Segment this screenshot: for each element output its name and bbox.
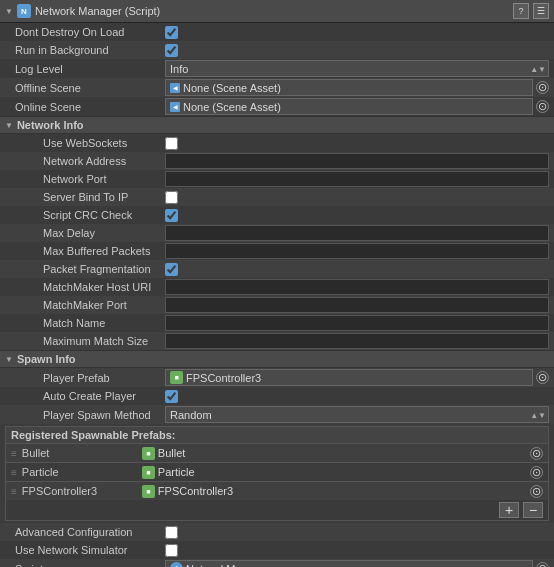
max-match-size-input[interactable]: 4 — [165, 333, 549, 349]
add-remove-row: + − — [6, 500, 548, 520]
max-buffered-input[interactable]: 16 — [165, 243, 549, 259]
player-prefab-select[interactable]: ■ FPSController3 — [165, 369, 533, 386]
settings-icon[interactable]: ☰ — [533, 3, 549, 19]
player-prefab-select-wrap: ■ FPSController3 — [165, 369, 533, 386]
max-delay-row: Max Delay 0.01 — [0, 224, 554, 242]
spawn-method-row: Player Spawn Method Random ▲▼ — [0, 405, 554, 424]
log-level-select[interactable]: Info ▲▼ — [165, 60, 549, 77]
online-scene-select[interactable]: ◀ None (Scene Asset) — [165, 98, 533, 115]
player-prefab-label: Player Prefab — [5, 372, 165, 384]
advanced-config-label: Advanced Configuration — [5, 526, 165, 538]
network-port-input[interactable]: 7777 — [165, 171, 549, 187]
spawnable-header-label: Registered Spawnable Prefabs: — [11, 429, 175, 441]
packet-frag-row: Packet Fragmentation — [0, 260, 554, 278]
match-name-input[interactable]: default — [165, 315, 549, 331]
log-level-arrow: ▲▼ — [530, 64, 546, 73]
spawn-item-label: Particle — [22, 466, 142, 478]
script-label: Script — [5, 563, 165, 568]
online-scene-circle[interactable]: ⊙ — [536, 100, 549, 113]
spawn-item-circle[interactable]: ⊙ — [530, 485, 543, 498]
dont-destroy-label: Dont Destroy On Load — [5, 26, 165, 38]
matchmaker-host-label: MatchMaker Host URI — [5, 281, 165, 293]
network-sim-row: Use Network Simulator — [0, 541, 554, 559]
auto-create-row: Auto Create Player — [0, 387, 554, 405]
max-buffered-row: Max Buffered Packets 16 — [0, 242, 554, 260]
network-info-triangle[interactable]: ▼ — [5, 121, 13, 130]
network-sim-value — [165, 544, 549, 557]
remove-button[interactable]: − — [523, 502, 543, 518]
max-match-size-label: Maximum Match Size — [5, 335, 165, 347]
spawnable-rows: ≡ Bullet ■ Bullet ⊙ ≡ Particle ■ Particl… — [6, 443, 548, 500]
server-bind-checkbox[interactable] — [165, 191, 178, 204]
use-websockets-value — [165, 137, 549, 150]
script-crc-label: Script CRC Check — [5, 209, 165, 221]
spawnable-header: Registered Spawnable Prefabs: — [6, 427, 548, 443]
component-icon-letter: N — [21, 7, 27, 16]
spawn-item-text: Particle — [158, 466, 195, 478]
player-prefab-value: ■ FPSController3 ⊙ — [165, 369, 549, 386]
spawn-method-select[interactable]: Random ▲▼ — [165, 406, 549, 423]
matchmaker-port-input[interactable]: 443 — [165, 297, 549, 313]
offline-scene-circle[interactable]: ⊙ — [536, 81, 549, 94]
offline-scene-value: ◀ None (Scene Asset) ⊙ — [165, 79, 549, 96]
advanced-config-checkbox[interactable] — [165, 526, 178, 539]
network-port-label: Network Port — [5, 173, 165, 185]
script-crc-checkbox[interactable] — [165, 209, 178, 222]
packet-frag-label: Packet Fragmentation — [5, 263, 165, 275]
spawn-prefab-icon: ■ — [142, 485, 155, 498]
spawn-method-select-wrap: Random ▲▼ — [165, 406, 549, 423]
max-buffered-value: 16 — [165, 243, 549, 259]
offline-scene-select[interactable]: ◀ None (Scene Asset) — [165, 79, 533, 96]
match-name-label: Match Name — [5, 317, 165, 329]
player-prefab-circle[interactable]: ⊙ — [536, 371, 549, 384]
add-button[interactable]: + — [499, 502, 519, 518]
matchmaker-host-value: mm.unet.unity3d.com — [165, 279, 549, 295]
script-select[interactable]: i NetworkManager — [165, 560, 533, 567]
server-bind-label: Server Bind To IP — [5, 191, 165, 203]
max-buffered-label: Max Buffered Packets — [5, 245, 165, 257]
network-info-header: ▼ Network Info — [0, 116, 554, 134]
script-circle[interactable]: ⊙ — [536, 562, 549, 567]
server-bind-row: Server Bind To IP — [0, 188, 554, 206]
script-crc-value — [165, 209, 549, 222]
matchmaker-port-value: 443 — [165, 297, 549, 313]
dont-destroy-checkbox[interactable] — [165, 26, 178, 39]
player-prefab-row: Player Prefab ■ FPSController3 ⊙ — [0, 368, 554, 387]
auto-create-checkbox[interactable] — [165, 390, 178, 403]
network-sim-label: Use Network Simulator — [5, 544, 165, 556]
network-port-value: 7777 — [165, 171, 549, 187]
offline-scene-icon: ◀ — [170, 83, 180, 93]
packet-frag-checkbox[interactable] — [165, 263, 178, 276]
spawn-item-value: ■ Particle ⊙ — [142, 466, 543, 479]
match-name-value: default — [165, 315, 549, 331]
script-info-icon: i — [170, 562, 183, 567]
use-websockets-label: Use WebSockets — [5, 137, 165, 149]
max-delay-input[interactable]: 0.01 — [165, 225, 549, 241]
matchmaker-host-input[interactable]: mm.unet.unity3d.com — [165, 279, 549, 295]
spawn-item-text: FPSController3 — [158, 485, 233, 497]
matchmaker-port-label: MatchMaker Port — [5, 299, 165, 311]
header-icons: ? ☰ — [513, 3, 549, 19]
collapse-triangle[interactable]: ▼ — [5, 7, 13, 16]
network-address-value: localhost — [165, 153, 549, 169]
network-address-input[interactable]: localhost — [165, 153, 549, 169]
max-match-size-value: 4 — [165, 333, 549, 349]
advanced-config-value — [165, 526, 549, 539]
dont-destroy-row: Dont Destroy On Load — [0, 23, 554, 41]
spawn-item-circle[interactable]: ⊙ — [530, 466, 543, 479]
offline-scene-label: Offline Scene — [5, 82, 165, 94]
spawn-method-arrow: ▲▼ — [530, 410, 546, 419]
offline-scene-select-wrap: ◀ None (Scene Asset) — [165, 79, 533, 96]
spawn-item-label: Bullet — [22, 447, 142, 459]
drag-handle: ≡ — [11, 467, 17, 478]
max-match-size-row: Maximum Match Size 4 — [0, 332, 554, 350]
run-background-checkbox[interactable] — [165, 44, 178, 57]
use-websockets-checkbox[interactable] — [165, 137, 178, 150]
component-header: ▼ N Network Manager (Script) ? ☰ — [0, 0, 554, 23]
auto-create-value — [165, 390, 549, 403]
offline-scene-wrap: ◀ None (Scene Asset) ⊙ — [165, 79, 549, 96]
network-sim-checkbox[interactable] — [165, 544, 178, 557]
spawn-item-circle[interactable]: ⊙ — [530, 447, 543, 460]
spawn-info-triangle[interactable]: ▼ — [5, 355, 13, 364]
help-icon[interactable]: ? — [513, 3, 529, 19]
